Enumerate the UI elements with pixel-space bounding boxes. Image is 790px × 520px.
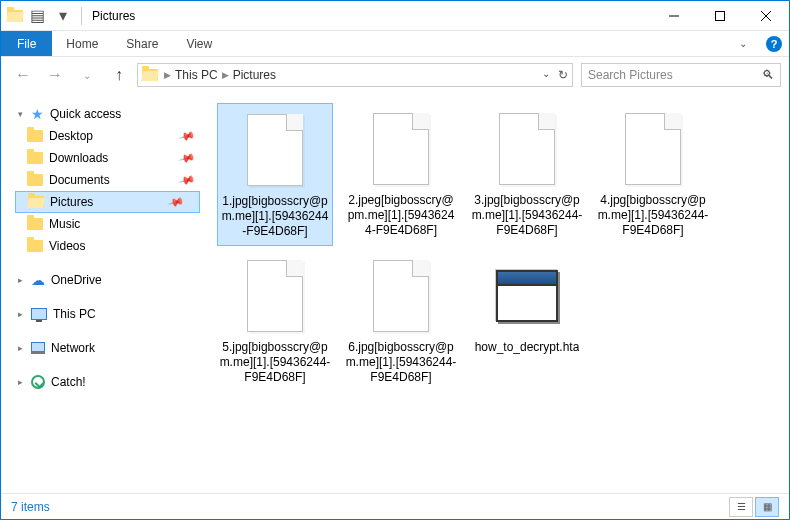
navigation-bar: ← → ⌄ ↑ ▶ This PC ▶ Pictures ⌄ ↻ Search … [1,57,789,93]
status-bar: 7 items ☰ ▦ [1,493,789,519]
address-bar[interactable]: ▶ This PC ▶ Pictures ⌄ ↻ [137,63,573,87]
nav-up-button[interactable]: ↑ [105,61,133,89]
minimize-icon [669,11,679,21]
file-item[interactable]: 1.jpg[bigbosscry@pm.me][1].[59436244-F9E… [217,103,333,246]
generic-file-icon [494,109,560,189]
view-icons-button[interactable]: ▦ [755,497,779,517]
app-icon [7,8,23,24]
sidebar-quick-access[interactable]: ▾ ★ Quick access [15,103,210,125]
sidebar-item-label: Pictures [50,195,93,209]
pin-icon: 📌 [178,171,197,189]
close-button[interactable] [743,1,789,31]
sidebar-label: Quick access [50,107,121,121]
sidebar-label: Network [51,341,95,355]
chevron-right-icon: ▶ [162,70,173,80]
sidebar-item-documents[interactable]: Documents 📌 [15,169,210,191]
qat-new-folder-icon[interactable]: ▾ [51,4,75,28]
file-name: 3.jpg[bigbosscry@pm.me][1].[59436244-F9E… [471,193,583,238]
file-name: 2.jpeg[bigbosscry@pm.me][1].[59436244-F9… [345,193,457,238]
maximize-icon [715,11,725,21]
nav-forward-button[interactable]: → [41,61,69,89]
window-controls [651,1,789,31]
help-icon: ? [766,36,782,52]
file-item[interactable]: how_to_decrypt.hta [469,250,585,391]
file-name: 6.jpg[bigbosscry@pm.me][1].[59436244-F9E… [345,340,457,385]
sidebar-label: This PC [53,307,96,321]
sidebar-label: Catch! [51,375,86,389]
sidebar-catch[interactable]: ▸ Catch! [15,371,210,393]
chevron-right-icon[interactable]: ▸ [15,377,25,387]
ribbon: File Home Share View ⌄ ? [1,31,789,57]
breadcrumb-this-pc[interactable]: This PC [173,68,220,82]
sidebar-item-music[interactable]: Music [15,213,210,235]
navigation-pane: ▾ ★ Quick access Desktop 📌 Downloads 📌 D… [1,93,211,493]
help-button[interactable]: ? [759,31,789,56]
sidebar-item-label: Downloads [49,151,108,165]
close-icon [761,11,771,21]
address-refresh-button[interactable]: ↻ [558,68,568,82]
pin-icon: 📌 [178,127,197,145]
sidebar-item-label: Documents [49,173,110,187]
address-dropdown-button[interactable]: ⌄ [542,68,550,82]
window-title: Pictures [92,9,135,23]
search-placeholder: Search Pictures [588,68,673,82]
svg-rect-1 [716,11,725,20]
tab-home[interactable]: Home [52,31,112,56]
sidebar-item-videos[interactable]: Videos [15,235,210,257]
pin-icon: 📌 [178,149,197,167]
tab-share[interactable]: Share [112,31,172,56]
qat-properties-icon[interactable]: ▤ [25,4,49,28]
breadcrumb-pictures[interactable]: Pictures [231,68,278,82]
maximize-button[interactable] [697,1,743,31]
content-area: ▾ ★ Quick access Desktop 📌 Downloads 📌 D… [1,93,789,493]
file-item[interactable]: 2.jpeg[bigbosscry@pm.me][1].[59436244-F9… [343,103,459,246]
hta-file-icon [494,256,560,336]
sidebar-item-label: Videos [49,239,85,253]
sidebar-item-label: Music [49,217,80,231]
folder-icon [27,218,43,230]
chevron-right-icon[interactable]: ▸ [15,343,25,353]
network-icon [31,342,45,354]
minimize-button[interactable] [651,1,697,31]
file-item[interactable]: 6.jpg[bigbosscry@pm.me][1].[59436244-F9E… [343,250,459,391]
search-box[interactable]: Search Pictures 🔍︎ [581,63,781,87]
quick-access-toolbar: ▤ ▾ Pictures [1,4,135,28]
monitor-icon [31,308,47,320]
generic-file-icon [242,110,308,190]
generic-file-icon [368,109,434,189]
sidebar-onedrive[interactable]: ▸ ☁ OneDrive [15,269,210,291]
nav-recent-button[interactable]: ⌄ [73,61,101,89]
tab-file[interactable]: File [1,31,52,56]
nav-back-button[interactable]: ← [9,61,37,89]
folder-icon [27,130,43,142]
file-name: 5.jpg[bigbosscry@pm.me][1].[59436244-F9E… [219,340,331,385]
address-folder-icon [142,69,158,81]
star-icon: ★ [31,106,44,122]
cloud-icon: ☁ [31,272,45,288]
chevron-down-icon[interactable]: ▾ [15,109,25,119]
folder-icon [28,196,44,208]
file-name: 1.jpg[bigbosscry@pm.me][1].[59436244-F9E… [220,194,330,239]
sidebar-item-downloads[interactable]: Downloads 📌 [15,147,210,169]
chevron-right-icon: ▶ [220,70,231,80]
file-item[interactable]: 3.jpg[bigbosscry@pm.me][1].[59436244-F9E… [469,103,585,246]
sidebar-item-desktop[interactable]: Desktop 📌 [15,125,210,147]
tab-view[interactable]: View [172,31,226,56]
view-details-button[interactable]: ☰ [729,497,753,517]
file-list[interactable]: 1.jpg[bigbosscry@pm.me][1].[59436244-F9E… [211,93,789,493]
sidebar-this-pc[interactable]: ▸ This PC [15,303,210,325]
file-item[interactable]: 5.jpg[bigbosscry@pm.me][1].[59436244-F9E… [217,250,333,391]
chevron-right-icon[interactable]: ▸ [15,309,25,319]
ribbon-expand-button[interactable]: ⌄ [727,31,759,56]
divider [81,7,82,25]
sidebar-item-pictures[interactable]: Pictures 📌 [15,191,200,213]
generic-file-icon [242,256,308,336]
file-item[interactable]: 4.jpg[bigbosscry@pm.me][1].[59436244-F9E… [595,103,711,246]
folder-icon [27,152,43,164]
pin-icon: 📌 [167,193,186,211]
chevron-right-icon[interactable]: ▸ [15,275,25,285]
generic-file-icon [368,256,434,336]
file-name: 4.jpg[bigbosscry@pm.me][1].[59436244-F9E… [597,193,709,238]
sidebar-network[interactable]: ▸ Network [15,337,210,359]
sidebar-label: OneDrive [51,273,102,287]
